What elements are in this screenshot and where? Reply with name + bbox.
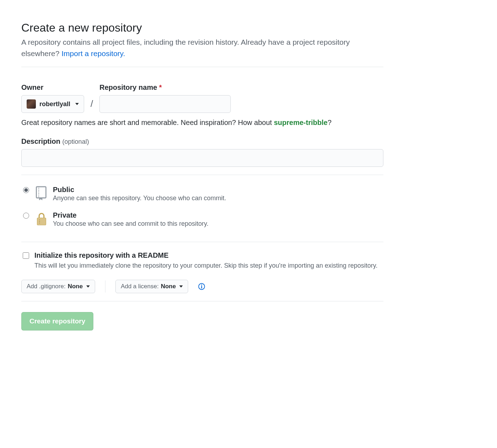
naming-tip-suffix: ? [328,119,332,126]
required-marker: * [159,83,162,91]
create-repository-button[interactable]: Create repository [21,312,93,330]
visibility-public-radio[interactable] [23,187,29,193]
page-title: Create a new repository [21,21,383,34]
owner-selected: robertlyall [39,100,70,108]
svg-rect-8 [201,286,202,289]
description-label: Description (optional) [21,137,383,146]
init-readme-checkbox[interactable] [23,252,29,259]
divider [21,242,383,242]
import-repository-link[interactable]: Import a repository. [61,49,125,58]
description-label-text: Description [21,137,60,145]
visibility-private-option[interactable]: Private You choose who can see and commi… [21,208,383,234]
naming-tip-prefix: Great repository names are short and mem… [21,119,274,126]
visibility-private-radio[interactable] [23,213,29,219]
repo-name-suggestion[interactable]: supreme-tribble [274,119,327,126]
visibility-public-desc: Anyone can see this repository. You choo… [53,195,226,202]
caret-down-icon [86,285,90,288]
license-label: Add a license: [121,283,159,290]
owner-select-button[interactable]: robertlyall [21,95,84,113]
license-select-button[interactable]: Add a license: None [115,280,188,293]
naming-tip: Great repository names are short and mem… [21,119,383,127]
repo-name-input[interactable] [99,95,231,113]
repo-name-label-text: Repository name [99,83,157,91]
caret-down-icon [75,103,79,105]
license-value: None [161,283,176,290]
lock-icon [35,211,48,226]
owner-label: Owner [21,83,84,92]
visibility-private-desc: You choose who can see and commit to thi… [53,220,208,228]
vertical-divider [105,280,105,293]
repo-name-label: Repository name * [99,83,231,92]
caret-down-icon [179,285,183,288]
svg-rect-2 [37,218,46,225]
gitignore-value: None [68,283,83,290]
avatar [27,99,36,109]
description-input[interactable] [21,149,383,167]
divider [21,67,383,67]
init-readme-title: Initialize this repository with a README [34,251,378,259]
page-subhead: A repository contains all project files,… [21,37,383,59]
svg-point-3 [39,219,40,220]
svg-point-4 [39,221,40,222]
gitignore-label: Add .gitignore: [27,283,66,290]
gitignore-select-button[interactable]: Add .gitignore: None [21,280,95,293]
visibility-public-title: Public [53,186,226,194]
divider [21,175,383,175]
svg-point-7 [201,285,202,286]
repo-public-icon [35,186,48,201]
info-icon[interactable] [198,283,205,290]
optional-marker: (optional) [62,138,89,145]
slash-separator: / [90,98,94,113]
visibility-public-option[interactable]: Public Anyone can see this repository. Y… [21,183,383,208]
svg-rect-0 [36,187,46,198]
svg-point-5 [39,223,40,223]
visibility-private-title: Private [53,211,208,219]
divider [21,301,383,301]
init-readme-desc: This will let you immediately clone the … [34,261,378,271]
